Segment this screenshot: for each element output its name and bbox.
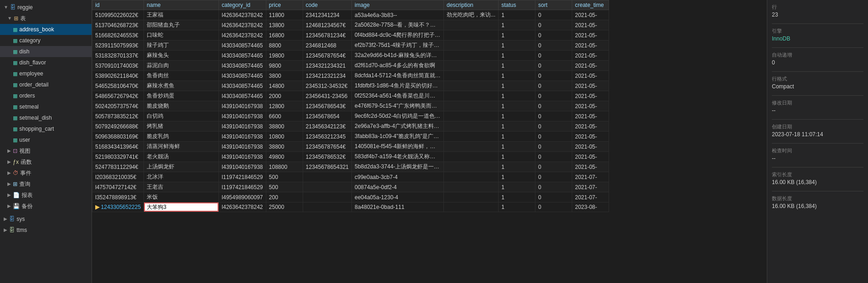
cell-code[interactable]: 123456786532€ xyxy=(303,152,351,162)
table-row[interactable]: 5057873835212€白切鸡l4391040167938660012345… xyxy=(92,111,609,121)
cell-id[interactable]: 5024205737574€ xyxy=(92,101,144,111)
cell-sort[interactable]: 0 xyxy=(535,81,572,91)
sidebar-section-queries[interactable]: ▶ ⊞ 查询 xyxy=(0,179,92,190)
table-row[interactable]: 5219803329741€老火靓汤l439104016793849800123… xyxy=(92,152,609,162)
table-row[interactable]: 5079249266688€烤乳猪l4391040167938388002134… xyxy=(92,121,609,132)
sidebar-db-sys[interactable]: ▶ 🗄 sys xyxy=(0,214,92,225)
cell-create_time[interactable]: 2021-05- xyxy=(572,71,609,81)
cell-name[interactable]: 白切鸡 xyxy=(144,111,219,121)
cell-status[interactable]: 1 xyxy=(499,91,535,101)
cell-image[interactable]: 5b8d2da3-3744-上汤焗龙虾是一道... xyxy=(351,162,443,172)
cell-description[interactable] xyxy=(443,192,498,202)
col-header-description[interactable]: description xyxy=(443,0,498,10)
cell-code[interactable] xyxy=(303,172,351,182)
cell-name[interactable]: 蒜泥白肉 xyxy=(144,61,219,71)
cell-sort[interactable]: 0 xyxy=(535,162,572,172)
cell-create_time[interactable]: 2021-05- xyxy=(572,91,609,101)
cell-id[interactable]: 5389026211840€ xyxy=(92,71,144,81)
cell-id[interactable]: 5079249266688€ xyxy=(92,121,144,132)
cell-name[interactable]: 麻辣水煮鱼 xyxy=(144,81,219,91)
cell-category_id[interactable]: l4391040167938 xyxy=(219,101,266,111)
cell-image[interactable]: 3fabb83a-1c09-4"脆皮乳鸽"是广东... xyxy=(351,132,443,142)
cell-price[interactable]: 12800 xyxy=(266,101,303,111)
cell-category_id[interactable]: l4263642378242 xyxy=(219,20,266,30)
cell-image[interactable]: 2a50628e-7758--看，美味不？来麻... xyxy=(351,20,443,30)
cell-create_time[interactable]: 2021-07- xyxy=(572,182,609,192)
cell-image[interactable]: e476f679-5c15-4"广东烤鸭美而香，... xyxy=(351,101,443,111)
cell-id[interactable]: 5239115075993€ xyxy=(92,40,144,51)
cell-code[interactable] xyxy=(303,182,351,192)
cell-description[interactable] xyxy=(443,101,498,111)
cell-create_time[interactable]: 2021-05- xyxy=(572,121,609,132)
cell-name[interactable] xyxy=(144,202,219,212)
cell-code[interactable]: 213456342123€ xyxy=(303,121,351,132)
editing-cell-input[interactable] xyxy=(144,202,218,212)
sidebar-section-events[interactable]: ▶ ⏱ 事件 xyxy=(0,167,92,179)
table-row[interactable]: 5168343413964€清蒸河鲜海鲜l4391040167938388001… xyxy=(92,142,609,152)
cell-status[interactable]: 1 xyxy=(499,81,535,91)
cell-name[interactable]: 老火靓汤 xyxy=(144,152,219,162)
sidebar-section-reports[interactable]: ▶ 📄 报表 xyxy=(0,190,92,201)
sidebar-section-tables[interactable]: ▼ ⊞ 表 xyxy=(0,13,92,24)
col-header-status[interactable]: status xyxy=(499,0,535,10)
cell-id[interactable]: 5109950226022€ xyxy=(92,10,144,20)
cell-image[interactable]: 583df4b7-a159-4老火靓汤又称广府... xyxy=(351,152,443,162)
sidebar-section-views[interactable]: ▶ ⊡ 视图 xyxy=(0,145,92,156)
table-row[interactable]: 5024205737574€脆皮烧鹅l439104016793812800123… xyxy=(92,101,609,111)
cell-description[interactable] xyxy=(443,142,498,152)
cell-create_time[interactable]: 2021-05- xyxy=(572,152,609,162)
col-header-category-id[interactable]: category_id xyxy=(219,0,266,10)
cell-price[interactable]: 200 xyxy=(266,192,303,202)
cell-code[interactable]: 124681234567€ xyxy=(303,20,351,30)
cell-category_id[interactable]: l4391040167938 xyxy=(219,121,266,132)
cell-price[interactable]: 8800 xyxy=(266,40,303,51)
cell-id[interactable]: l352478898913€ xyxy=(92,192,144,202)
cell-id[interactable]: 5057873835212€ xyxy=(92,111,144,121)
cell-category_id[interactable]: l1197421846529 xyxy=(219,172,266,182)
table-row[interactable]: l475704727142€王老吉l119742184652950000874a… xyxy=(92,182,609,192)
sidebar-item-setmeal-dish[interactable]: ▦ setmeal_dish xyxy=(0,112,92,123)
cell-create_time[interactable]: 2021-05- xyxy=(572,162,609,172)
cell-sort[interactable]: 0 xyxy=(535,182,572,192)
cell-id[interactable]: 5465258106470€ xyxy=(92,81,144,91)
cell-create_time[interactable]: 2021-05- xyxy=(572,61,609,71)
cell-id[interactable]: ▶ 1243305652225 xyxy=(92,202,144,212)
cell-sort[interactable]: 0 xyxy=(535,142,572,152)
cell-description[interactable] xyxy=(443,172,498,182)
cell-category_id[interactable]: l1197421846529 xyxy=(219,182,266,192)
cell-image[interactable]: ef2b73f2-75d1-4辣子鸡丁，辣子鸡... xyxy=(351,40,443,51)
cell-name[interactable]: 鱼香炒鸡蛋 xyxy=(144,91,219,101)
cell-id[interactable]: 5247783112294€ xyxy=(92,162,144,172)
cell-code[interactable]: 123456787654€ xyxy=(303,51,351,61)
cell-status[interactable]: 1 xyxy=(499,192,535,202)
cell-image[interactable]: 2e96a7e3-affb-4广式烤乳猪主料是... xyxy=(351,121,443,132)
cell-price[interactable]: 500 xyxy=(266,182,303,192)
cell-status[interactable]: 1 xyxy=(499,142,535,152)
cell-price[interactable]: 11800 xyxy=(266,10,303,20)
cell-create_time[interactable]: 2021-05- xyxy=(572,81,609,91)
cell-price[interactable]: 3800 xyxy=(266,71,303,81)
cell-create_time[interactable]: 2021-05- xyxy=(572,51,609,61)
col-header-price[interactable]: price xyxy=(266,0,303,10)
cell-code[interactable]: 1234212321234 xyxy=(303,71,351,81)
cell-name[interactable]: 麻辣兔头 xyxy=(144,51,219,61)
cell-code[interactable]: 1234563212345 xyxy=(303,132,351,142)
cell-name[interactable]: 清蒸河鲜海鲜 xyxy=(144,142,219,152)
cell-description[interactable] xyxy=(443,81,498,91)
cell-sort[interactable]: 0 xyxy=(535,172,572,182)
cell-name[interactable]: 鱼香肉丝 xyxy=(144,71,219,81)
cell-image[interactable]: d2f61d70-ac85-4多么的有食欲啊 xyxy=(351,61,443,71)
cell-image[interactable]: 0f252364-a561-4鱼香菜也是川味的味... xyxy=(351,91,443,101)
sidebar-item-setmeal[interactable]: ▦ setmeal xyxy=(0,101,92,112)
cell-code[interactable]: 23456431-23456 xyxy=(303,91,351,101)
table-row[interactable]: 5486567267942€鱼香炒鸡蛋l43034085744652000234… xyxy=(92,91,609,101)
table-row[interactable]: l352478898913€米饭l4954989060097200ee04a05… xyxy=(92,192,609,202)
cell-image[interactable]: 1fdbfbf3-1d86-4鱼片是买的切好的鱼... xyxy=(351,81,443,91)
cell-category_id[interactable]: l4263642378242 xyxy=(219,30,266,40)
cell-category_id[interactable]: l4303408574465 xyxy=(219,91,266,101)
cell-name[interactable]: 辣子鸡丁 xyxy=(144,40,219,51)
cell-name[interactable]: 邵阳猪血丸子 xyxy=(144,20,219,30)
cell-id[interactable]: 5219803329741€ xyxy=(92,152,144,162)
cell-status[interactable]: 1 xyxy=(499,51,535,61)
cell-image[interactable]: 00874a5e-0df2-4 xyxy=(351,182,443,192)
